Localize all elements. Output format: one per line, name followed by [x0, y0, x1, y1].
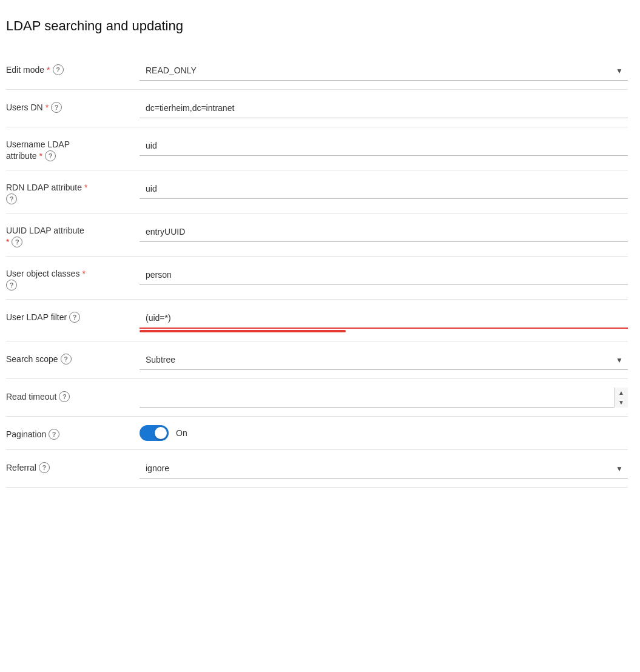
edit-mode-control: READ_ONLY WRITABLE UNSYNCED ▼ — [140, 61, 628, 81]
user-object-classes-input[interactable] — [140, 265, 628, 285]
search-scope-row: Search scope ? Subtree One Level Base ▼ — [6, 341, 628, 379]
read-timeout-decrement-button[interactable]: ▼ — [615, 398, 628, 408]
users-dn-row: Users DN * ? — [6, 90, 628, 127]
read-timeout-help-icon[interactable]: ? — [59, 391, 70, 402]
username-ldap-label-col: Username LDAP attribute * ? — [6, 136, 140, 161]
users-dn-control — [140, 98, 628, 118]
rdn-ldap-label: RDN LDAP attribute — [6, 183, 82, 192]
rdn-ldap-label-col: RDN LDAP attribute * ? — [6, 179, 140, 204]
read-timeout-row: Read timeout ? ▲ ▼ — [6, 379, 628, 417]
uuid-ldap-row: UUID LDAP attribute * ? — [6, 213, 628, 257]
read-timeout-spinner-controls: ▲ ▼ — [614, 388, 628, 408]
user-object-classes-help-icon[interactable]: ? — [6, 280, 17, 291]
uuid-ldap-input[interactable] — [140, 222, 628, 242]
username-ldap-label2: attribute — [6, 151, 37, 161]
edit-mode-help-icon[interactable]: ? — [53, 64, 64, 75]
uuid-ldap-label: UUID LDAP attribute — [6, 226, 84, 235]
edit-mode-row: Edit mode * ? READ_ONLY WRITABLE UNSYNCE… — [6, 52, 628, 90]
read-timeout-spinner-wrapper: ▲ ▼ — [140, 388, 628, 408]
user-ldap-filter-label-col: User LDAP filter ? — [6, 308, 140, 323]
pagination-toggle[interactable] — [140, 425, 169, 441]
edit-mode-select-wrapper: READ_ONLY WRITABLE UNSYNCED ▼ — [140, 61, 628, 81]
read-timeout-input[interactable] — [140, 388, 628, 408]
referral-control: ignore follow throw ▼ — [140, 459, 628, 479]
user-object-classes-label-col: User object classes * ? — [6, 265, 140, 291]
username-ldap-label: Username LDAP — [6, 139, 70, 149]
username-ldap-input[interactable] — [140, 136, 628, 156]
pagination-toggle-slider — [140, 425, 169, 441]
uuid-ldap-required: * — [6, 237, 9, 247]
username-ldap-row: Username LDAP attribute * ? — [6, 127, 628, 170]
rdn-ldap-input[interactable] — [140, 179, 628, 199]
read-timeout-label: Read timeout — [6, 392, 56, 402]
referral-label: Referral — [6, 463, 36, 472]
page-container: LDAP searching and updating Edit mode * … — [0, 0, 640, 506]
user-ldap-filter-input[interactable] — [140, 308, 628, 329]
referral-select-wrapper: ignore follow throw ▼ — [140, 459, 628, 479]
user-ldap-filter-label: User LDAP filter — [6, 312, 67, 322]
user-object-classes-row: User object classes * ? — [6, 257, 628, 300]
pagination-label-col: Pagination ? — [6, 425, 140, 440]
referral-help-icon[interactable]: ? — [39, 462, 50, 473]
pagination-control: On — [140, 425, 628, 441]
referral-row: Referral ? ignore follow throw ▼ — [6, 450, 628, 488]
rdn-ldap-help-icon[interactable]: ? — [6, 193, 17, 204]
username-ldap-required: * — [39, 151, 42, 161]
search-scope-select[interactable]: Subtree One Level Base — [140, 350, 628, 370]
users-dn-label: Users DN — [6, 102, 43, 112]
read-timeout-control: ▲ ▼ — [140, 388, 628, 408]
username-ldap-control — [140, 136, 628, 156]
users-dn-help-icon[interactable]: ? — [51, 102, 62, 113]
pagination-toggle-wrapper: On — [140, 425, 628, 441]
pagination-row: Pagination ? On — [6, 417, 628, 450]
user-ldap-filter-control — [140, 308, 628, 332]
uuid-ldap-control — [140, 222, 628, 242]
pagination-help-icon[interactable]: ? — [49, 429, 59, 440]
uuid-ldap-help-icon[interactable]: ? — [12, 237, 22, 247]
referral-label-col: Referral ? — [6, 459, 140, 473]
user-ldap-filter-row: User LDAP filter ? — [6, 300, 628, 341]
page-title: LDAP searching and updating — [6, 18, 628, 34]
user-object-classes-label: User object classes — [6, 269, 79, 278]
user-ldap-filter-help-icon[interactable]: ? — [69, 312, 80, 323]
rdn-ldap-row: RDN LDAP attribute * ? — [6, 170, 628, 213]
edit-mode-required: * — [47, 65, 50, 75]
search-scope-select-wrapper: Subtree One Level Base ▼ — [140, 350, 628, 370]
rdn-ldap-control — [140, 179, 628, 199]
uuid-ldap-label-col: UUID LDAP attribute * ? — [6, 222, 140, 247]
read-timeout-label-col: Read timeout ? — [6, 388, 140, 402]
search-scope-control: Subtree One Level Base ▼ — [140, 350, 628, 370]
user-ldap-filter-error-bar — [140, 330, 346, 332]
search-scope-help-icon[interactable]: ? — [61, 354, 72, 365]
referral-select[interactable]: ignore follow throw — [140, 459, 628, 479]
user-object-classes-control — [140, 265, 628, 285]
search-scope-label: Search scope — [6, 354, 58, 364]
user-object-classes-required: * — [82, 269, 85, 278]
edit-mode-select[interactable]: READ_ONLY WRITABLE UNSYNCED — [140, 61, 628, 81]
pagination-on-label: On — [176, 428, 187, 438]
pagination-label: Pagination — [6, 429, 46, 439]
users-dn-input[interactable] — [140, 98, 628, 118]
read-timeout-increment-button[interactable]: ▲ — [615, 388, 628, 398]
rdn-ldap-required: * — [84, 183, 87, 192]
edit-mode-label: Edit mode — [6, 65, 44, 75]
search-scope-label-col: Search scope ? — [6, 350, 140, 365]
users-dn-required: * — [45, 102, 49, 112]
users-dn-label-col: Users DN * ? — [6, 98, 140, 113]
edit-mode-label-col: Edit mode * ? — [6, 61, 140, 75]
username-ldap-help-icon[interactable]: ? — [45, 150, 56, 161]
